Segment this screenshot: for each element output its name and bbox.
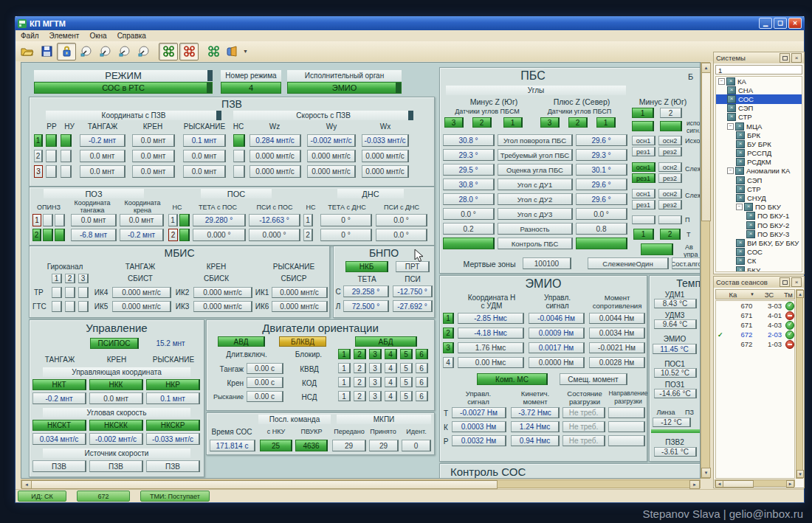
psipos-button[interactable]: ПСИПОС [90,338,139,349]
tree-item[interactable]: − × МЦА [716,122,802,131]
horn-dropdown-caret[interactable]: ▼ [243,49,248,54]
tree-item[interactable]: − × ПО БКУ [716,203,802,212]
tree-item[interactable]: − × ПО БКУ-1 [716,212,802,221]
sessions-vscrollbar[interactable]: ▲ ▼ [796,289,803,479]
rez1-button[interactable]: рез1 [632,147,656,156]
comp-ms-button[interactable]: Комп. МС [477,373,548,385]
session-row[interactable]: ✓ 671 4-03 [716,320,794,330]
systems-filter-field[interactable]: 1 [715,65,802,75]
tree-expander-icon[interactable]: − [727,123,734,130]
tree-expander-icon[interactable]: − [727,167,734,174]
command-green-icon[interactable] [159,43,178,60]
system-node-icon: × [736,266,745,272]
sessions-panel-header[interactable]: Состав сеансов × [714,277,804,288]
prt-button[interactable]: ПРТ [396,261,430,272]
tree-item[interactable]: − × ПО БКУ-3 [716,229,802,238]
float-panel-icon[interactable] [780,53,790,63]
open-button[interactable] [18,44,36,60]
tracking-one-button[interactable]: СлежениеОдин [588,257,669,269]
canvas-vscrollbar[interactable]: ▲ ▼ [701,62,710,479]
menu-windows[interactable]: Окна [84,32,111,40]
state-algo-button[interactable]: Сост.алго [672,257,701,269]
close-button[interactable]: ✕ [788,18,802,29]
save-button[interactable] [38,44,55,60]
osn1-button[interactable]: осн1 [632,162,656,172]
rez2-button[interactable]: рез2 [658,173,682,183]
angle-tool-icon-3[interactable] [116,44,134,60]
rez1-button[interactable]: рез1 [632,173,656,183]
lock-button[interactable] [57,43,76,60]
angle-tool-icon-2[interactable] [97,44,114,60]
tree-item[interactable]: − × КА [716,77,802,86]
osn2-button[interactable]: осн2 [658,189,682,198]
osn1-button[interactable]: осн1 [632,189,656,198]
pbs-auto-indicator [641,243,673,255]
session-row[interactable]: ✓ 671 4-01 [716,311,794,320]
nkskt-button[interactable]: НКСКТ [32,420,86,431]
tree-item[interactable]: − × СТР [716,184,802,193]
window-titlebar[interactable]: КП МГТМ ▁ ❑ ✕ [15,16,805,30]
tree-item[interactable]: − × СНУД [716,193,802,202]
tree-item[interactable]: − × БУ БРК [716,139,802,148]
menu-file[interactable]: Файл [16,32,44,40]
dns-row2-badge: 2 [303,229,313,241]
tree-item[interactable]: − × РССПД [716,149,802,158]
rez2-button[interactable]: рез2 [658,147,682,156]
offset-moment-button[interactable]: Смещ. момент [560,373,627,385]
osn2-button[interactable]: осн2 [658,162,682,172]
status-tmi-badge: ТМИ: Поступает [140,491,210,502]
minimize-button[interactable]: ▁ [759,18,772,29]
command-green2-icon[interactable] [204,44,222,60]
tree-expander-icon[interactable]: − [718,78,725,85]
close-panel-icon[interactable]: × [791,277,802,287]
nkk-button[interactable]: НКК [89,379,143,390]
menu-help[interactable]: Справка [112,32,151,40]
osn1-button[interactable]: осн1 [632,136,656,145]
avd-button[interactable]: АВД [218,336,265,347]
tree-item[interactable]: − × ВИ БКУ, БУ БКУ [716,238,802,247]
angle-tool-icon-4[interactable] [135,44,153,60]
status-bar: ИД: СК 672 ТМИ: Поступает [16,489,804,502]
close-panel-icon[interactable]: × [791,53,802,63]
dns-title: ДНС [337,189,404,198]
tree-item[interactable]: − × БКУ [716,266,802,272]
tree-item[interactable]: − × СНА [716,86,802,94]
sessions-table-header[interactable]: Ка▼ ЗС Тм [715,289,795,299]
rez2-button[interactable]: рез2 [658,200,682,209]
sessions-hscrollbar[interactable]: ◄ ► [715,479,795,487]
osn2-button[interactable]: осн2 [658,136,682,145]
horn-button[interactable] [224,44,241,60]
nkr-button[interactable]: НКР [146,379,200,390]
session-row[interactable]: ✓ 670 3-03 [716,301,794,311]
watermark: Stepanov Slava | gelio@inbox.ru [642,508,803,520]
restore-button[interactable]: ❑ [774,18,787,29]
pos-row2-badge: 2 [168,229,178,241]
menu-element[interactable]: Элемент [44,32,85,40]
tree-expander-icon[interactable]: − [736,204,743,210]
tree-item[interactable]: − × СОС [716,248,802,257]
tree-item[interactable]: − × СЭП [716,104,802,113]
tree-item[interactable]: − × БРК [716,131,802,139]
tree-item[interactable]: − × СТР [716,113,802,122]
rez1-button[interactable]: рез1 [632,200,656,209]
blkvd-button[interactable]: БЛКВД [279,336,326,347]
tree-item[interactable]: − × СК [716,257,802,266]
tree-item[interactable]: − × СОС [716,94,802,103]
nkskr-button[interactable]: НКСКР [146,420,200,431]
nkb-button[interactable]: НКБ [345,261,388,272]
tree-item[interactable]: − × Аномалии КА [716,167,802,176]
command-red-icon[interactable] [179,43,199,60]
nkskk-button[interactable]: НКСКК [89,420,143,431]
systems-panel-header[interactable]: Системы × [714,52,804,63]
abd-button[interactable]: АБД [355,336,417,347]
tree-item[interactable]: − × СЭП [716,176,802,184]
float-panel-icon[interactable] [780,277,790,287]
canvas-hscrollbar[interactable]: ◄ ► [21,479,701,488]
tree-item[interactable]: − × ПО БКУ-2 [716,221,802,229]
nkt-button[interactable]: НКТ [32,379,86,390]
angle-tool-icon-1[interactable] [78,44,95,60]
session-row[interactable]: ✓ 672 2-03 [716,330,794,339]
status-id-badge: ИД: СК [18,491,66,502]
session-row[interactable]: ✓ 672 1-03 [716,339,794,349]
tree-item[interactable]: − × РСДКМ [716,158,802,167]
